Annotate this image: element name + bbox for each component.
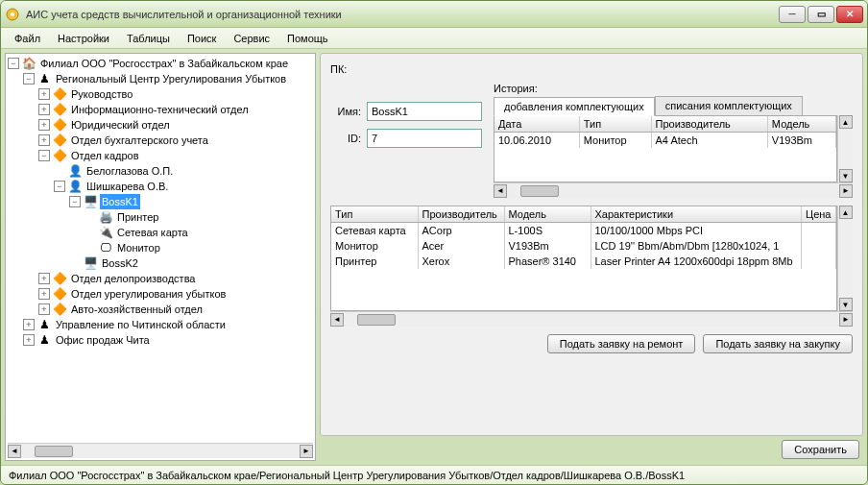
tree-dept[interactable]: +🔶Информационно-технический отдел xyxy=(38,102,313,117)
content-area: − 🏠 Филиал ООО "Росгосстрах" в Забайкаль… xyxy=(1,49,867,465)
col-date[interactable]: Дата xyxy=(494,116,579,133)
minimize-button[interactable]: ─ xyxy=(779,6,806,23)
tree-label: Офис продаж Чита xyxy=(54,332,152,348)
id-input[interactable] xyxy=(367,129,482,148)
maximize-button[interactable]: ▭ xyxy=(808,6,834,23)
col-spec[interactable]: Характеристики xyxy=(591,206,802,223)
cell: V193Bm xyxy=(767,133,835,149)
tree-pc[interactable]: 🖥️BossK2 xyxy=(69,255,313,271)
menu-tables[interactable]: Таблицы xyxy=(119,31,178,46)
tree-dept[interactable]: +🔶Отдел урегулирования убытков xyxy=(38,286,313,302)
tree-person[interactable]: −👤Шишкарева О.В. xyxy=(54,179,313,194)
tree-component[interactable]: 🖵Монитор xyxy=(84,240,313,255)
menu-file[interactable]: Файл xyxy=(7,31,48,46)
menu-help[interactable]: Помощь xyxy=(279,31,336,46)
expander-icon[interactable]: + xyxy=(38,119,50,131)
menu-settings[interactable]: Настройки xyxy=(50,31,117,46)
cube-icon: 🔶 xyxy=(52,271,67,286)
svg-point-1 xyxy=(11,12,14,16)
tree-label: Юридический отдел xyxy=(69,117,172,133)
table-row[interactable]: Принтер Xerox Phaser® 3140 Laser Printer… xyxy=(331,254,836,269)
tree-component[interactable]: 🖨️Принтер xyxy=(84,209,313,225)
cell: Xerox xyxy=(418,254,504,269)
tree-label: Филиал ООО "Росгосстрах" в Забайкальском… xyxy=(38,56,290,71)
expander-icon[interactable]: + xyxy=(23,319,35,330)
tree-dept-kadry[interactable]: −🔶Отдел кадров xyxy=(38,148,313,163)
components-vscroll[interactable]: ▲▼ xyxy=(837,206,853,311)
tree-component[interactable]: 🔌Сетевая карта xyxy=(84,225,313,240)
expander-icon[interactable]: + xyxy=(23,334,35,346)
tree-dept[interactable]: +🔶Юридический отдел xyxy=(38,117,313,133)
purchase-request-button[interactable]: Подать заявку на закупку xyxy=(703,334,853,353)
cube-icon: 🔶 xyxy=(52,117,67,133)
col-model[interactable]: Модель xyxy=(504,206,591,223)
cube-icon: 🔶 xyxy=(52,148,67,163)
history-grid[interactable]: Дата Тип Производитель Модель 10.06.2010 xyxy=(494,115,837,182)
expander-icon[interactable]: + xyxy=(38,288,50,300)
expander-icon[interactable]: + xyxy=(38,88,50,100)
tree-branch[interactable]: +♟Офис продаж Чита xyxy=(23,332,313,348)
tree-branch[interactable]: +♟Управление по Читинской области xyxy=(23,317,313,332)
col-type[interactable]: Тип xyxy=(331,206,418,223)
close-button[interactable]: ✕ xyxy=(836,6,863,23)
titlebar: АИС учета средств вычислительной и орган… xyxy=(1,1,867,28)
expander-icon[interactable]: − xyxy=(54,181,65,192)
chess-icon: ♟ xyxy=(36,332,52,348)
expander-icon[interactable]: + xyxy=(38,104,50,115)
save-button[interactable]: Сохранить xyxy=(782,440,859,459)
menu-service[interactable]: Сервис xyxy=(226,31,277,46)
cube-icon: 🔶 xyxy=(52,86,67,102)
expander-icon[interactable]: + xyxy=(38,134,50,146)
cell: A4 Atech xyxy=(651,133,767,149)
tree-regional[interactable]: − ♟ Региональный Центр Урегулирования Уб… xyxy=(23,71,313,86)
tree-person[interactable]: 👤Белоглазова О.П. xyxy=(54,163,313,179)
components-grid[interactable]: Тип Производитель Модель Характеристики … xyxy=(330,206,837,311)
expander-icon[interactable]: + xyxy=(38,303,50,315)
detail-box: ПК: Имя: ID: История: xyxy=(320,53,863,436)
expander-icon[interactable]: − xyxy=(23,73,35,85)
repair-request-button[interactable]: Подать заявку на ремонт xyxy=(547,334,696,353)
tree-dept[interactable]: +🔶Авто-хозяйственный отдел xyxy=(38,302,313,317)
tree-label: Управление по Читинской области xyxy=(54,317,228,332)
tree-hscroll[interactable]: ◄► xyxy=(8,443,313,458)
col-price[interactable]: Цена xyxy=(802,206,836,223)
expander-icon[interactable]: − xyxy=(69,196,81,207)
name-input[interactable] xyxy=(367,102,482,121)
tree-label: Авто-хозяйственный отдел xyxy=(69,302,205,317)
col-type[interactable]: Тип xyxy=(579,116,651,133)
col-manufacturer[interactable]: Производитель xyxy=(418,206,504,223)
col-model[interactable]: Модель xyxy=(767,116,835,133)
cell: 10.06.2010 xyxy=(494,133,579,149)
tab-add[interactable]: добавления комплектующих xyxy=(494,97,655,116)
history-tabs: добавления комплектующих списания компле… xyxy=(494,96,853,115)
tree-label: Отдел бухгалтерского учета xyxy=(69,133,210,148)
tab-writeoff[interactable]: списания комплектующих xyxy=(655,96,803,115)
table-row[interactable]: Монитор Acer V193Bm LCD 19'' Bbm/Abm/Dbm… xyxy=(331,238,836,254)
cell: Сетевая карта xyxy=(331,223,418,239)
cell xyxy=(802,238,836,254)
components-hscroll[interactable]: ◄► xyxy=(330,311,853,327)
tree-dept[interactable]: +🔶Отдел делопроизводства xyxy=(38,271,313,286)
expander-icon[interactable]: + xyxy=(38,273,50,284)
menu-search[interactable]: Поиск xyxy=(180,31,224,46)
tree-label-selected: BossK1 xyxy=(100,194,140,209)
cell: L-100S xyxy=(504,223,591,239)
tree-pc-bossk1[interactable]: −🖥️BossK1 xyxy=(69,194,313,209)
tree-root[interactable]: − 🏠 Филиал ООО "Росгосстрах" в Забайкаль… xyxy=(8,56,313,71)
cell: LCD 19'' Bbm/Abm/Dbm [1280x1024, 1 xyxy=(591,238,802,254)
tree-panel[interactable]: − 🏠 Филиал ООО "Росгосстрах" в Забайкаль… xyxy=(5,53,316,461)
expander-icon[interactable]: − xyxy=(8,58,19,69)
cell: Монитор xyxy=(331,238,418,254)
col-manufacturer[interactable]: Производитель xyxy=(651,116,767,133)
statusbar: Филиал ООО "Росгосстрах" в Забайкальском… xyxy=(1,465,867,484)
tree-dept[interactable]: +🔶Руководство xyxy=(38,86,313,102)
tree-dept[interactable]: +🔶Отдел бухгалтерского учета xyxy=(38,133,313,148)
tree-label: Шишкарева О.В. xyxy=(84,179,170,194)
chess-icon: ♟ xyxy=(36,317,52,332)
table-row[interactable]: 10.06.2010 Монитор A4 Atech V193Bm xyxy=(494,133,836,149)
expander-icon[interactable]: − xyxy=(38,150,50,161)
table-row[interactable]: Сетевая карта ACorp L-100S 10/100/1000 M… xyxy=(331,223,836,239)
cube-icon: 🔶 xyxy=(52,133,67,148)
history-vscroll[interactable]: ▲▼ xyxy=(837,115,853,182)
history-hscroll[interactable]: ◄► xyxy=(494,182,853,198)
